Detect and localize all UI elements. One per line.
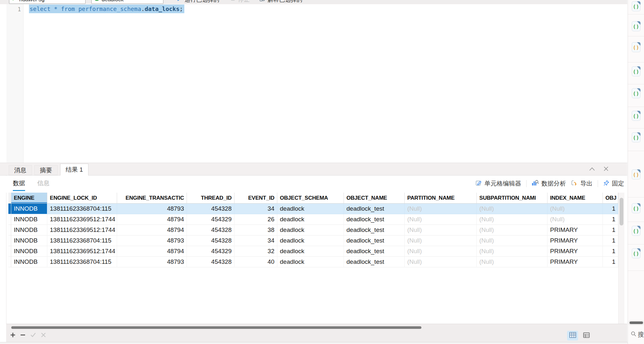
cell[interactable]: 138111623368704:115 [47,235,117,246]
cell[interactable]: 40 [235,257,277,267]
close-panel-icon[interactable] [603,166,609,173]
pin-button[interactable]: 固定 [603,179,624,188]
table-row[interactable]: INNODB 138111623368704:115 48793 454328 … [8,235,618,246]
cell[interactable]: deadlock [277,235,344,246]
cell[interactable]: (Null) [405,214,477,225]
cell[interactable]: PRIMARY [547,225,603,235]
cell[interactable]: (Null) [477,257,547,267]
cell[interactable]: 48793 [117,257,187,267]
cell[interactable]: 454329 [187,246,235,257]
scrollbar-thumb[interactable] [620,198,623,225]
column-header-partition-name[interactable]: PARTITION_NAME [405,193,477,204]
column-header-index-name[interactable]: INDEX_NAME [547,193,603,204]
open-query-tab[interactable] [632,226,640,236]
cell[interactable]: 34 [235,235,277,246]
cell-editor-button[interactable]: 单元格编辑器 [475,179,521,188]
tab-summary[interactable]: 摘要 [34,165,58,175]
apply-changes-icon[interactable] [30,332,37,339]
open-query-tab[interactable] [632,42,640,52]
cell[interactable]: 48794 [117,214,187,225]
cell[interactable]: deadlock [277,257,344,267]
horizontal-scrollbar-thumb[interactable] [11,326,421,329]
row-selector[interactable] [8,235,11,246]
cell[interactable]: 1 [603,204,618,214]
cell[interactable]: 1 [603,225,618,235]
row-selector[interactable] [8,257,11,267]
cell[interactable]: deadlock_test [344,204,405,214]
open-query-tab[interactable] [632,66,640,76]
grid-view-button[interactable] [567,331,578,340]
cell[interactable]: (Null) [477,235,547,246]
cell[interactable]: (Null) [477,214,547,225]
cell[interactable]: 454328 [187,257,235,267]
cell[interactable]: 1 [603,246,618,257]
table-row[interactable]: INNODB 138111623368704:115 48793 454328 … [8,257,618,267]
sidebar-search[interactable]: 搜 [631,330,644,339]
cell[interactable]: (Null) [547,214,603,225]
export-button[interactable]: 导出 [571,179,593,188]
grid-vertical-scrollbar[interactable] [618,193,624,324]
cell[interactable]: deadlock [277,246,344,257]
column-header-object-name[interactable]: OBJECT_NAME [344,193,405,204]
cell[interactable]: 26 [235,214,277,225]
cell[interactable]: 1 [603,214,618,225]
column-header-engine-lock-id[interactable]: ENGINE_LOCK_ID [47,193,117,204]
cell[interactable]: deadlock_test [344,257,405,267]
cell[interactable]: 454328 [187,204,235,214]
cell[interactable]: (Null) [547,204,603,214]
cell[interactable]: 48794 [117,246,187,257]
table-row[interactable]: INNODB 138111623369512:1744 48794 454329… [8,246,618,257]
run-selected-button[interactable]: 运行已选择的 [176,0,219,4]
row-selector[interactable] [8,214,11,225]
column-header-obj[interactable]: OBJ [603,193,618,204]
open-query-tab[interactable] [632,111,640,121]
cell[interactable]: deadlock_test [344,225,405,235]
cell[interactable]: (Null) [477,225,547,235]
table-row[interactable]: INNODB 138111623369512:1744 48794 454329… [8,214,618,225]
scrollbar-thumb[interactable] [630,321,643,324]
table-row[interactable]: INNODB 138111623368704:115 48793 454328 … [8,204,618,214]
column-header-event-id[interactable]: EVENT_ID [235,193,277,204]
cell[interactable]: 138111623369512:1744 [47,225,117,235]
row-selector[interactable] [8,204,11,214]
open-query-tab[interactable] [632,169,640,179]
database-select[interactable]: deadlock [91,0,163,4]
cell[interactable]: INNODB [11,214,47,225]
cell[interactable]: (Null) [405,225,477,235]
column-header-engine-transaction-id[interactable]: ENGINE_TRANSACTIC [117,193,187,204]
cell[interactable]: deadlock_test [344,214,405,225]
tab-result-1[interactable]: 结果 1 [60,164,88,176]
delete-record-icon[interactable] [20,332,26,339]
cell[interactable]: INNODB [11,204,47,214]
cell[interactable]: 454328 [187,225,235,235]
cell[interactable]: (Null) [477,246,547,257]
cell[interactable]: deadlock [277,214,344,225]
cell[interactable]: PRIMARY [547,257,603,267]
cell[interactable]: (Null) [405,246,477,257]
open-query-tab[interactable] [632,132,640,142]
cell[interactable]: 48793 [117,204,187,214]
cell[interactable]: 38 [235,225,277,235]
cell[interactable]: 34 [235,204,277,214]
row-selector[interactable] [8,225,11,235]
cell[interactable]: 48794 [117,225,187,235]
form-view-button[interactable] [581,331,592,340]
tab-messages[interactable]: 消息 [9,165,32,175]
cell[interactable]: deadlock [277,225,344,235]
cell[interactable]: INNODB [11,225,47,235]
cell[interactable]: PRIMARY [547,235,603,246]
open-query-tab[interactable] [632,1,640,11]
cell[interactable]: (Null) [405,204,477,214]
column-header-thread-id[interactable]: THREAD_ID [187,193,235,204]
open-query-tab[interactable] [632,203,640,213]
select-all-corner[interactable] [8,193,11,204]
table-row[interactable]: INNODB 138111623369512:1744 48794 454328… [8,225,618,235]
subtab-data[interactable]: 数据 [13,179,25,191]
cell[interactable]: deadlock_test [344,246,405,257]
open-query-tab[interactable] [632,21,640,31]
cell[interactable]: 138111623369512:1744 [47,246,117,257]
open-query-tab[interactable] [632,248,640,258]
data-analysis-button[interactable]: 数据分析 [532,179,566,188]
subtab-info[interactable]: 信息 [37,179,50,191]
cell[interactable]: PRIMARY [547,246,603,257]
